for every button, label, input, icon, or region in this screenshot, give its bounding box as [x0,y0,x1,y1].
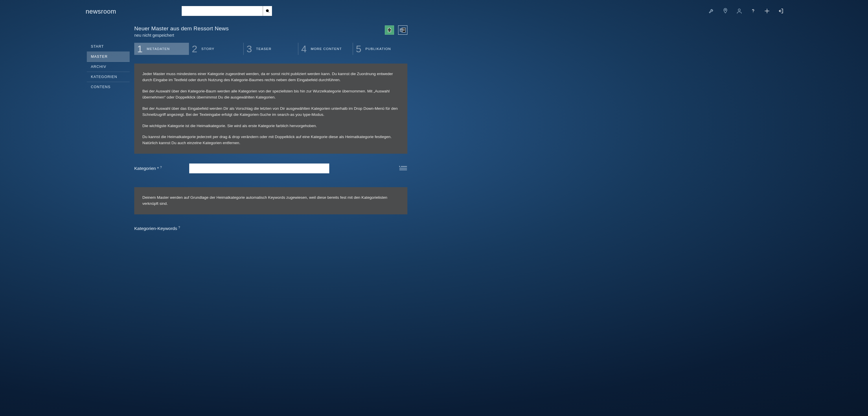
kategorien-input[interactable] [189,164,329,173]
step-label: STORY [202,47,214,50]
category-tree-button[interactable] [399,165,407,172]
svg-line-1 [268,11,269,12]
pin-icon[interactable] [722,8,728,14]
plus-icon[interactable] [764,8,770,14]
step-number: 1 [137,44,143,54]
step-number: 5 [356,44,361,54]
sidebar: START MASTER ARCHIV KATEGORIEN CONTENS [0,26,130,231]
info-text: Bei der Auswahl über den Kategorie-Baum … [142,89,399,101]
help-marker[interactable]: ? [178,226,180,229]
step-teaser[interactable]: 3 TEASER [243,43,298,55]
step-more-content[interactable]: 4 MORE CONTENT [298,43,353,55]
sidebar-item-master[interactable]: MASTER [87,52,130,62]
svg-text:W: W [400,29,402,31]
required-marker: * [157,166,159,171]
step-story[interactable]: 2 STORY [189,43,243,55]
help-marker[interactable]: ? [160,166,162,169]
info-text: Deinem Master werden auf Grundlage der H… [142,195,399,207]
save-icon [387,28,392,33]
page-title: Neuer Master aus dem Ressort News [134,26,229,32]
main-content: Neuer Master aus dem Ressort News neu ni… [130,26,494,231]
step-publikation[interactable]: 5 PUBLIKATION [353,43,407,55]
kategorien-keywords-heading: Kategorien-Keywords ? [134,226,407,231]
sidebar-item-archiv[interactable]: ARCHIV [87,62,130,72]
top-icons [708,8,859,14]
step-label: MORE CONTENT [311,47,342,50]
step-label: METADATEN [147,47,170,50]
logout-icon[interactable] [778,8,784,14]
step-tabs: 1 METADATEN 2 STORY 3 TEASER 4 MORE CONT… [134,43,407,55]
label-text: Kategorien [134,166,156,171]
wrench-icon[interactable] [708,8,715,14]
step-number: 4 [301,44,307,54]
svg-point-3 [738,9,740,11]
page-subtitle: neu nicht gespeichert [134,33,229,38]
search-button[interactable] [263,6,272,16]
word-icon: W [400,28,406,33]
search [182,6,272,16]
search-input[interactable] [182,6,263,16]
brand-logo: newsroom [0,7,130,15]
info-text: Jeder Master muss mindestens einer Kateg… [142,71,399,83]
step-label: TEASER [256,47,271,50]
info-panel-kategorien: Jeder Master muss mindestens einer Kateg… [134,64,407,154]
topbar: newsroom [0,0,868,19]
list-icon [399,165,407,171]
svg-point-16 [399,166,400,167]
step-metadaten[interactable]: 1 METADATEN [134,43,189,55]
info-panel-keywords: Deinem Master werden auf Grundlage der H… [134,187,407,214]
search-icon [265,9,270,13]
step-number: 3 [247,44,252,54]
sidebar-item-contens[interactable]: CONTENS [87,82,130,92]
svg-rect-9 [389,30,390,32]
sidebar-item-start[interactable]: START [87,42,130,52]
info-text: Bei der Auswahl über das Eingabefeld wer… [142,106,399,118]
svg-point-4 [753,12,753,13]
heading-text: Kategorien-Keywords [134,226,177,231]
sidebar-item-kategorien[interactable]: KATEGORIEN [87,72,130,82]
help-icon[interactable] [750,8,756,14]
step-number: 2 [192,44,197,54]
step-label: PUBLIKATION [365,47,391,50]
info-text: Du kannst die Heimatkategorie jederzeit … [142,134,399,146]
user-icon[interactable] [736,8,742,14]
save-button[interactable] [385,26,394,35]
svg-rect-8 [389,28,390,29]
kategorien-row: Kategorien * ? [134,164,407,173]
svg-point-2 [725,9,726,10]
info-text: Die wichtigste Kategorie ist die Heimatk… [142,123,399,129]
kategorien-label: Kategorien * ? [134,166,189,171]
word-export-button[interactable]: W [398,26,407,35]
